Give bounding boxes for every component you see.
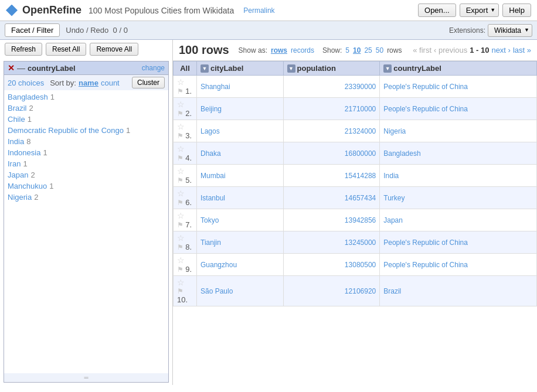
star-icon[interactable]: ☆ [177,255,185,265]
last-page-link[interactable]: last » [513,46,531,54]
cell-country[interactable]: People's Republic of China [380,231,537,254]
flag-icon[interactable]: ⚑ [177,132,183,140]
cell-country[interactable]: People's Republic of China [380,98,537,120]
flag-icon[interactable]: ⚑ [177,110,183,118]
cell-country[interactable]: Nigeria [380,120,537,142]
cluster-button[interactable]: Cluster [132,77,165,88]
cell-city[interactable]: Istanbul [197,187,284,209]
flag-icon[interactable]: ⚑ [177,199,183,207]
cell-country[interactable]: Bangladesh [380,142,537,165]
flag-icon[interactable]: ⚑ [177,287,183,295]
count-10-link[interactable]: 10 [353,46,361,54]
rows-header: 100 rows Show as: rows records Show: 5 1… [173,40,537,61]
cell-city[interactable]: Guangzhou [197,254,284,276]
cell-country[interactable]: Turkey [380,187,537,209]
count-50-link[interactable]: 50 [376,46,383,54]
facet-item-name[interactable]: Democratic Republic of the Congo [8,126,124,135]
facet-list-item: Chile1 [6,114,166,125]
permalink-link[interactable]: Permalink [243,6,274,15]
cell-country[interactable]: India [380,165,537,187]
flag-icon[interactable]: ⚑ [177,176,183,185]
cell-city[interactable]: Lagos [197,120,284,142]
star-icon[interactable]: ☆ [177,144,185,154]
facet-item-name[interactable]: Bangladesh [8,93,48,101]
flag-icon[interactable]: ⚑ [177,265,183,274]
sort-name-link[interactable]: name [79,79,98,87]
col-header-city: ▼ cityLabel [197,62,284,76]
sort-count-link[interactable]: count [101,79,120,87]
table-row: ☆ ⚑ 1. Shanghai 23390000 People's Republ… [174,76,537,98]
refresh-button[interactable]: Refresh [5,43,42,56]
facet-item-name[interactable]: Chile [8,115,25,124]
next-page-link[interactable]: next › [491,46,511,54]
wikidata-button[interactable]: Wikidata [488,24,532,37]
facet-filter-tab[interactable]: Facet / Filter [5,23,60,37]
star-icon[interactable]: ☆ [177,122,185,131]
cell-population[interactable]: 12106920 [283,276,380,306]
cell-city[interactable]: Mumbai [197,165,284,187]
count-5-link[interactable]: 5 [345,46,349,54]
cell-country[interactable]: People's Republic of China [380,254,537,276]
table-row: ☆ ⚑ 3. Lagos 21324000 Nigeria [174,120,537,142]
facet-change-link[interactable]: change [142,64,165,72]
row-num: 3. [185,131,192,140]
cell-population[interactable]: 21710000 [283,98,380,120]
first-page-link[interactable]: « first [413,46,431,54]
facet-item-count: 8 [26,137,30,146]
col-country-label: countryLabel [393,64,441,73]
facet-close-icon[interactable]: ✕ [8,63,15,73]
star-icon[interactable]: ☆ [177,166,185,176]
facet-item-name[interactable]: Indonesia [8,148,40,157]
star-icon[interactable]: ☆ [177,233,185,243]
remove-all-button[interactable]: Remove All [90,43,138,56]
star-icon[interactable]: ☆ [177,211,185,220]
cell-city[interactable]: Shanghai [197,76,284,98]
star-icon[interactable]: ☆ [177,278,185,287]
facet-item-name[interactable]: Nigeria [8,193,32,202]
reset-all-button[interactable]: Reset All [46,43,86,56]
view-rows-link[interactable]: rows [271,46,287,54]
cell-city[interactable]: São Paulo [197,276,284,306]
count-25-link[interactable]: 25 [364,46,372,54]
cell-population[interactable]: 21324000 [283,120,380,142]
facet-item-name[interactable]: Iran [8,159,21,168]
col-filter-population-icon[interactable]: ▼ [287,64,295,73]
flag-icon[interactable]: ⚑ [177,154,183,162]
star-icon[interactable]: ☆ [177,189,185,198]
cell-country[interactable]: People's Republic of China [380,76,537,98]
open-button[interactable]: Open... [418,4,456,17]
facet-item-name[interactable]: Japan [8,171,28,179]
cell-population[interactable]: 23390000 [283,76,380,98]
cell-population[interactable]: 14657434 [283,187,380,209]
table-row: ☆ ⚑ 6. Istanbul 14657434 Turkey [174,187,537,209]
facet-item-name[interactable]: India [8,137,24,146]
export-button[interactable]: Export [460,4,499,17]
cell-population[interactable]: 13080500 [283,254,380,276]
star-icon[interactable]: ☆ [177,77,185,87]
cell-country[interactable]: Japan [380,209,537,231]
flag-icon[interactable]: ⚑ [177,221,183,229]
col-population-label: population [297,64,336,73]
view-records-link[interactable]: records [291,46,314,54]
cell-city[interactable]: Beijing [197,98,284,120]
cell-population[interactable]: 13245000 [283,231,380,254]
cell-population[interactable]: 16800000 [283,142,380,165]
cell-city[interactable]: Tianjin [197,231,284,254]
star-icon[interactable]: ☆ [177,100,185,109]
cell-country[interactable]: Brazil [380,276,537,306]
col-filter-city-icon[interactable]: ▼ [200,64,209,73]
facet-item-name[interactable]: Manchukuo [8,182,47,190]
cell-city[interactable]: Dhaka [197,142,284,165]
previous-page-link[interactable]: ‹ previous [434,46,467,54]
facet-item-name[interactable]: Brazil [8,104,27,113]
col-filter-country-icon[interactable]: ▼ [383,64,392,73]
flag-icon[interactable]: ⚑ [177,243,183,251]
facet-minimize-icon[interactable]: — [17,63,25,73]
col-header-population: ▼ population [283,62,380,76]
cell-city[interactable]: Tokyo [197,209,284,231]
choices-count[interactable]: 20 choices [8,79,44,87]
help-button[interactable]: Help [502,4,531,17]
cell-population[interactable]: 13942856 [283,209,380,231]
cell-population[interactable]: 15414288 [283,165,380,187]
flag-icon[interactable]: ⚑ [177,87,183,96]
